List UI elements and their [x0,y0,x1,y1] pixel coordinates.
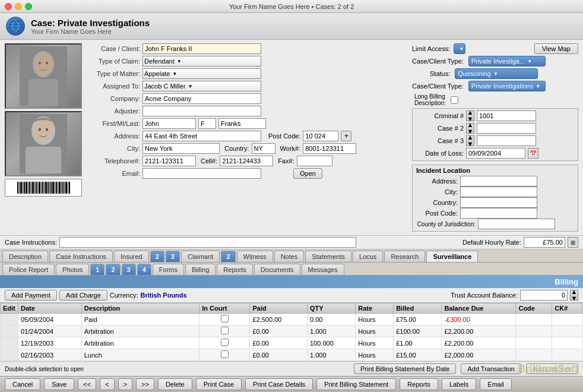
default-rate-input[interactable] [524,237,565,248]
tab-notes[interactable]: Notes [274,251,305,262]
type-claim-select[interactable]: Defendant [142,56,261,67]
table-row[interactable]: 02/16/2003 Lunch £0.00 1.000 Hours £15.0… [1,349,583,361]
tab-description[interactable]: Description [2,251,48,262]
tab-3b[interactable]: 3 [122,264,136,275]
cell-input[interactable] [220,156,273,166]
tab-documents[interactable]: Documents [254,264,300,275]
criminal-num-input[interactable] [477,110,536,121]
long-billing-checkbox[interactable] [451,96,458,104]
view-map-button[interactable]: View Map [534,43,578,54]
print-case-button[interactable]: Print Case [196,378,242,390]
company-input[interactable] [142,93,261,104]
main-window: Case: Private Investigations Your Firm N… [0,13,583,392]
close-button[interactable] [5,3,12,10]
date-loss-input[interactable] [466,148,525,159]
first-name-input[interactable] [142,118,196,129]
tab-witness[interactable]: Witness [237,251,273,262]
limit-access-select[interactable] [454,43,465,54]
postcode-input[interactable] [303,131,338,141]
delete-button[interactable]: Delete [158,378,192,390]
add-late-fee-button[interactable]: Add Late Fee [526,363,578,374]
tab-police-report[interactable]: Police Report [2,264,55,275]
cancel-button[interactable]: Cancel [5,378,40,390]
address-input[interactable] [142,131,261,141]
col-description: Description [81,304,199,314]
city-input[interactable] [142,143,220,154]
tab-4[interactable]: 4 [137,264,151,275]
incident-address-input[interactable] [460,176,537,186]
tab-billing[interactable]: Billing [185,264,216,275]
case-client-type2-select[interactable]: Private Investigations [468,81,546,91]
tab-insured[interactable]: Insured [114,251,149,262]
status-select[interactable]: Quesioning [455,68,538,79]
row-qty: 1.000 [308,349,356,361]
reports-button[interactable]: Reports [400,378,438,390]
assigned-to-select[interactable]: Jacob C Miller [142,81,261,91]
add-transaction-button[interactable]: Add Transaction [461,363,521,374]
print-billing-by-date-button[interactable]: Print Billing Statement By Date [354,363,456,374]
nav-prev-prev-button[interactable]: << [78,378,96,390]
date-loss-label: Date of Loss: [416,150,464,157]
tab-reports[interactable]: Reports [217,264,253,275]
tab-1[interactable]: 1 [90,264,104,275]
email-input[interactable] [142,168,261,179]
tab-photos[interactable]: Photos [56,264,89,275]
incident-city-input[interactable] [460,186,537,197]
tab-forms[interactable]: Forms [153,264,184,275]
work-phone-input[interactable] [303,143,356,154]
table-row[interactable]: 12/19/2003 Arbitration £0.00 100.000 Hou… [1,337,583,349]
case-num3-spinner[interactable]: ▲▼ [466,135,474,146]
incident-county-input[interactable] [478,219,555,229]
tab-statements[interactable]: Statements [305,251,351,262]
nav-next-next-button[interactable]: >> [136,378,154,390]
tab-2a[interactable]: 2 [150,251,164,262]
case-instructions-input[interactable] [59,237,356,248]
row-rate: Hours [356,349,394,361]
print-billing-statement-button[interactable]: Print Billing Statement [316,378,396,390]
adjuster-input[interactable] [142,106,261,116]
nav-prev-button[interactable]: < [100,378,114,390]
print-case-details-button[interactable]: Print Case Details [245,378,313,390]
trust-balance-input[interactable] [520,290,568,301]
middle-initial-input[interactable] [198,118,216,129]
tab-2b[interactable]: 2 [221,251,235,262]
tab-case-instructions[interactable]: Case Instructions [49,251,113,262]
save-button[interactable]: Save [44,378,74,390]
rate-calc-icon[interactable]: ⊞ [568,237,578,248]
tab-claimant[interactable]: Claimant [181,251,220,262]
postcode-plus-btn[interactable]: + [341,131,351,141]
nav-next-button[interactable]: > [118,378,132,390]
case-num3-input[interactable] [477,135,536,146]
tab-research[interactable]: Research [384,251,425,262]
criminal-num-spinner[interactable]: ▲▼ [466,110,474,121]
case-num2-spinner[interactable]: ▲▼ [466,123,474,134]
add-payment-button[interactable]: Add Payment [5,290,57,301]
case-client-type1-select[interactable]: Private Investiga... [468,56,546,67]
telephone-input[interactable] [142,156,196,166]
labels-button[interactable]: Labels [442,378,476,390]
tab-surveillance[interactable]: Surveillance [426,251,478,262]
calendar-icon[interactable]: 📅 [528,148,538,159]
row-edit [1,349,18,361]
case-num2-input[interactable] [477,123,536,134]
tab-locus[interactable]: Locus [353,251,383,262]
table-row[interactable]: 01/24/2004 Arbitration £0.00 1.000 Hours… [1,325,583,337]
tab-messages[interactable]: Messages [302,264,344,275]
case-client-input[interactable] [142,43,261,54]
maximize-button[interactable] [25,3,32,10]
email-button[interactable]: Email [480,378,512,390]
trust-balance-spinner[interactable]: ▲▼ [570,290,578,301]
tab-2c[interactable]: 2 [106,264,120,275]
last-name-input[interactable] [218,118,266,129]
status-label: Status: [430,70,450,77]
fax-input[interactable] [297,156,332,166]
country-input[interactable] [252,143,275,154]
minimize-button[interactable] [15,3,22,10]
tab-3a[interactable]: 3 [166,251,180,262]
table-row[interactable]: 05/09/2004 Paid £2,500.00 0.00 Hours £75… [1,314,583,325]
type-matter-select[interactable]: Appelate [142,68,261,79]
open-button[interactable]: Open [293,168,322,179]
incident-country-input[interactable] [460,197,537,208]
add-charge-button[interactable]: Add Charge [59,290,107,301]
incident-postcode-input[interactable] [460,208,537,219]
